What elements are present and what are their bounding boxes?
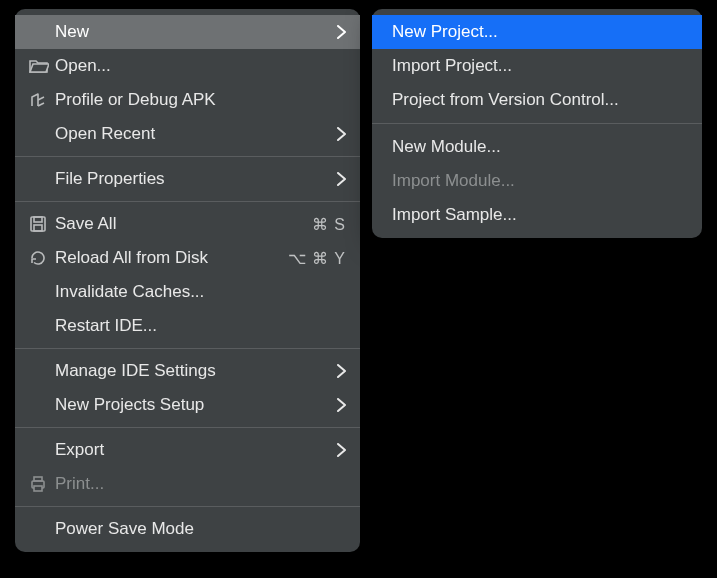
- label-new-module: New Module...: [392, 137, 501, 157]
- svg-rect-2: [34, 225, 42, 231]
- chevron-right-icon: [337, 127, 346, 141]
- svg-rect-5: [34, 486, 42, 491]
- label-import-module: Import Module...: [392, 171, 515, 191]
- label-project-vcs: Project from Version Control...: [392, 90, 619, 110]
- label-open-recent: Open Recent: [55, 124, 155, 144]
- chevron-right-icon: [337, 398, 346, 412]
- label-restart-ide: Restart IDE...: [55, 316, 157, 336]
- submenu-item-project-vcs[interactable]: Project from Version Control...: [372, 83, 702, 117]
- label-file-properties: File Properties: [55, 169, 165, 189]
- label-power-save: Power Save Mode: [55, 519, 194, 539]
- debug-apk-icon: [29, 91, 55, 109]
- label-import-project: Import Project...: [392, 56, 512, 76]
- svg-rect-4: [34, 477, 42, 481]
- submenu-item-import-module: Import Module...: [372, 164, 702, 198]
- submenu-item-import-project[interactable]: Import Project...: [372, 49, 702, 83]
- menu-separator: [372, 123, 702, 124]
- menu-item-manage-ide-settings[interactable]: Manage IDE Settings: [15, 354, 360, 388]
- menu-separator: [15, 201, 360, 202]
- shortcut-save-all: ⌘ S: [312, 215, 346, 234]
- label-save-all: Save All: [55, 214, 116, 234]
- chevron-right-icon: [337, 172, 346, 186]
- menu-item-open[interactable]: Open...: [15, 49, 360, 83]
- label-new-project: New Project...: [392, 22, 498, 42]
- menu-item-save-all[interactable]: Save All ⌘ S: [15, 207, 360, 241]
- svg-rect-1: [34, 217, 42, 222]
- chevron-right-icon: [337, 364, 346, 378]
- menu-item-export[interactable]: Export: [15, 433, 360, 467]
- submenu-item-new-module[interactable]: New Module...: [372, 130, 702, 164]
- label-invalidate-caches: Invalidate Caches...: [55, 282, 204, 302]
- label-manage-ide: Manage IDE Settings: [55, 361, 216, 381]
- file-menu: New Open... Profile or Debug APK Open Re…: [15, 9, 360, 552]
- menu-item-profile-apk[interactable]: Profile or Debug APK: [15, 83, 360, 117]
- menu-item-reload-disk[interactable]: Reload All from Disk ⌥ ⌘ Y: [15, 241, 360, 275]
- menu-separator: [15, 156, 360, 157]
- label-import-sample: Import Sample...: [392, 205, 517, 225]
- submenu-item-new-project[interactable]: New Project...: [372, 15, 702, 49]
- label-open: Open...: [55, 56, 111, 76]
- label-new: New: [55, 22, 89, 42]
- menu-separator: [15, 506, 360, 507]
- menu-separator: [15, 427, 360, 428]
- menu-item-restart-ide[interactable]: Restart IDE...: [15, 309, 360, 343]
- menu-item-new-projects-setup[interactable]: New Projects Setup: [15, 388, 360, 422]
- label-profile-apk: Profile or Debug APK: [55, 90, 216, 110]
- label-reload-disk: Reload All from Disk: [55, 248, 208, 268]
- print-icon: [29, 475, 55, 493]
- chevron-right-icon: [337, 25, 346, 39]
- shortcut-reload-disk: ⌥ ⌘ Y: [288, 249, 346, 268]
- menu-item-open-recent[interactable]: Open Recent: [15, 117, 360, 151]
- menu-item-new[interactable]: New: [15, 15, 360, 49]
- label-new-projects-setup: New Projects Setup: [55, 395, 204, 415]
- folder-open-icon: [29, 58, 55, 74]
- menu-item-file-properties[interactable]: File Properties: [15, 162, 360, 196]
- submenu-item-import-sample[interactable]: Import Sample...: [372, 198, 702, 232]
- menu-separator: [15, 348, 360, 349]
- label-export: Export: [55, 440, 104, 460]
- save-icon: [29, 215, 55, 233]
- menu-item-print: Print...: [15, 467, 360, 501]
- svg-rect-0: [31, 217, 45, 231]
- chevron-right-icon: [337, 443, 346, 457]
- new-submenu: New Project... Import Project... Project…: [372, 9, 702, 238]
- menu-item-invalidate-caches[interactable]: Invalidate Caches...: [15, 275, 360, 309]
- label-print: Print...: [55, 474, 104, 494]
- menu-item-power-save-mode[interactable]: Power Save Mode: [15, 512, 360, 546]
- reload-icon: [29, 249, 55, 267]
